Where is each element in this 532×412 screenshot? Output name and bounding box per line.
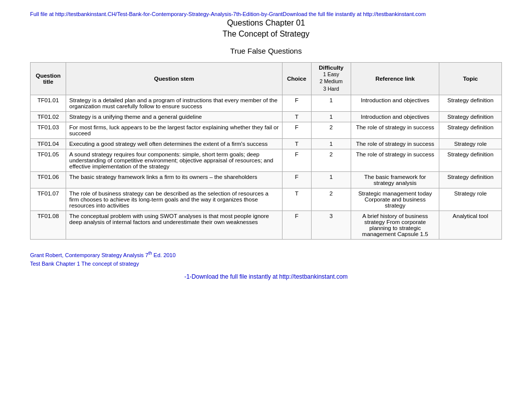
cell-id: TF01.01 [31,95,66,111]
footer-line2: Test Bank Chapter 1 The concept of strat… [30,260,502,269]
page-title: Questions Chapter 01 [30,19,502,28]
cell-stem: The basic strategy framework links a fir… [66,171,282,188]
cell-difficulty: 3 [311,211,351,239]
cell-id: TF01.04 [31,138,66,149]
cell-stem: Strategy is a unifying theme and a gener… [66,111,282,122]
table-row: TF01.08 The conceptual problem with usin… [31,211,502,239]
cell-choice: F [282,95,311,111]
col-header-difficulty: Difficulty 1 Easy 2 Medium 3 Hard [311,62,351,95]
page-subtitle: The Concept of Strategy [30,30,502,39]
col-header-topic: Topic [439,62,502,95]
cell-stem: A sound strategy requires four component… [66,149,282,171]
table-row: TF01.07 The role of business strategy ca… [31,188,502,211]
footer-download: -1-Download the full file instantly at h… [30,273,502,280]
difficulty-legend: 1 Easy 2 Medium 3 Hard [315,71,348,93]
cell-id: TF01.05 [31,149,66,171]
cell-id: TF01.07 [31,188,66,211]
cell-difficulty: 1 [311,111,351,122]
questions-table: Question title Question stem Choice Diff… [30,62,502,240]
cell-difficulty: 1 [311,138,351,149]
col-header-reference: Reference link [351,62,439,95]
cell-difficulty: 2 [311,149,351,171]
cell-stem: Executing a good strategy well often det… [66,138,282,149]
top-link-anchor[interactable]: Full file at http://testbankinstant.CH/T… [30,11,426,17]
cell-stem: Strategy is a detailed plan and a progra… [66,95,282,111]
cell-topic: Strategy definition [439,122,502,138]
col-header-question-stem: Question stem [66,62,282,95]
cell-choice: F [282,149,311,171]
cell-topic: Strategy definition [439,171,502,188]
cell-stem: The role of business strategy can be des… [66,188,282,211]
col-header-choice: Choice [282,62,311,95]
cell-stem: The conceptual problem with using SWOT a… [66,211,282,239]
cell-id: TF01.08 [31,211,66,239]
cell-reference: The role of strategy in success [351,122,439,138]
cell-reference: Introduction and objectives [351,111,439,122]
footer-line1: Grant Robert, Contemporary Strategy Anal… [30,250,502,260]
cell-difficulty: 1 [311,171,351,188]
col-header-question-title: Question title [31,62,66,95]
cell-choice: T [282,188,311,211]
table-row: TF01.04 Executing a good strategy well o… [31,138,502,149]
cell-id: TF01.03 [31,122,66,138]
cell-reference: The basic framework for strategy analysi… [351,171,439,188]
cell-reference: The role of strategy in success [351,138,439,149]
table-row: TF01.06 The basic strategy framework lin… [31,171,502,188]
cell-choice: F [282,122,311,138]
section-title: True False Questions [30,47,502,55]
cell-choice: F [282,171,311,188]
cell-reference: A brief history of business strategy Fro… [351,211,439,239]
cell-choice: T [282,138,311,149]
cell-reference: Strategic management today Corporate and… [351,188,439,211]
cell-id: TF01.02 [31,111,66,122]
cell-topic: Analytical tool [439,211,502,239]
cell-reference: The role of strategy in success [351,149,439,171]
cell-topic: Strategy role [439,188,502,211]
cell-topic: Strategy definition [439,149,502,171]
cell-topic: Strategy role [439,138,502,149]
cell-reference: Introduction and objectives [351,95,439,111]
cell-difficulty: 2 [311,188,351,211]
cell-stem: For most firms, luck appears to be the l… [66,122,282,138]
table-row: TF01.05 A sound strategy requires four c… [31,149,502,171]
cell-topic: Strategy definition [439,111,502,122]
cell-topic: Strategy definition [439,95,502,111]
table-row: TF01.02 Strategy is a unifying theme and… [31,111,502,122]
cell-choice: F [282,211,311,239]
footer: Grant Robert, Contemporary Strategy Anal… [30,250,502,269]
cell-difficulty: 1 [311,95,351,111]
cell-id: TF01.06 [31,171,66,188]
table-row: TF01.01 Strategy is a detailed plan and … [31,95,502,111]
cell-difficulty: 2 [311,122,351,138]
table-row: TF01.03 For most firms, luck appears to … [31,122,502,138]
top-link: Full file at http://testbankinstant.CH/T… [30,10,502,19]
cell-choice: T [282,111,311,122]
